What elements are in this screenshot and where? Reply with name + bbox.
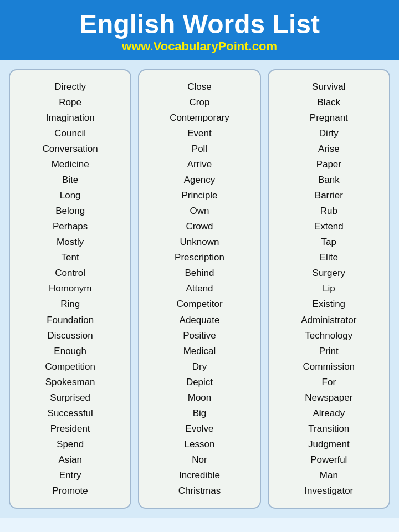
list-item: Positive xyxy=(170,328,229,344)
list-item: For xyxy=(301,375,356,390)
column-3: SurvivalBlackPregnantDirtyArisePaperBank… xyxy=(268,69,390,509)
list-item: Spend xyxy=(43,437,98,452)
list-item: Extend xyxy=(301,219,356,234)
list-item: Rope xyxy=(43,95,98,110)
list-item: Behind xyxy=(170,265,229,281)
list-item: Lip xyxy=(301,281,356,296)
list-item: Rub xyxy=(301,203,356,219)
list-item: Perhaps xyxy=(43,219,98,234)
list-item: Big xyxy=(170,406,229,421)
list-item: Competitor xyxy=(170,296,229,312)
list-item: Dirty xyxy=(301,126,356,141)
list-item: Bite xyxy=(43,172,98,188)
list-item: Transition xyxy=(301,421,356,437)
list-item: Agency xyxy=(170,172,229,188)
list-item: Nor xyxy=(170,452,229,468)
website-url: www.VocabularyPoint.com xyxy=(11,39,388,54)
list-item: Conversation xyxy=(43,141,98,157)
list-item: President xyxy=(43,421,98,437)
list-item: Foundation xyxy=(43,313,98,328)
list-item: Event xyxy=(170,126,229,141)
list-item: Control xyxy=(43,265,98,281)
list-item: Incredible xyxy=(170,468,229,483)
list-item: Enough xyxy=(43,344,98,359)
list-item: Arise xyxy=(301,141,356,157)
list-item: Depict xyxy=(170,375,229,390)
list-item: Ring xyxy=(43,296,98,312)
list-item: Arrive xyxy=(170,157,229,172)
column-2: CloseCropContemporaryEventPollArriveAgen… xyxy=(138,69,260,509)
list-item: Commission xyxy=(301,359,356,375)
list-item: Entry xyxy=(43,468,98,483)
list-item: Asian xyxy=(43,452,98,468)
list-item: Bank xyxy=(301,172,356,188)
list-item: Spokesman xyxy=(43,375,98,390)
list-item: Imagination xyxy=(43,110,98,126)
list-item: Own xyxy=(170,203,229,219)
list-item: Adequate xyxy=(170,313,229,328)
list-item: Paper xyxy=(301,157,356,172)
list-item: Discussion xyxy=(43,328,98,344)
list-item: Long xyxy=(43,188,98,203)
list-item: Tap xyxy=(301,234,356,250)
list-item: Lesson xyxy=(170,437,229,452)
list-item: Mostly xyxy=(43,234,98,250)
list-item: Powerful xyxy=(301,452,356,468)
page-title: English Words List xyxy=(11,10,388,39)
list-item: Evolve xyxy=(170,421,229,437)
list-item: Council xyxy=(43,126,98,141)
list-item: Dry xyxy=(170,359,229,375)
list-item: Existing xyxy=(301,296,356,312)
list-item: Investigator xyxy=(301,483,356,499)
list-item: Judgment xyxy=(301,437,356,452)
list-item: Crop xyxy=(170,95,229,110)
list-item: Christmas xyxy=(170,483,229,499)
list-item: Prescription xyxy=(170,250,229,265)
list-item: Contemporary xyxy=(170,110,229,126)
list-item: Crowd xyxy=(170,219,229,234)
list-item: Man xyxy=(301,468,356,483)
list-item: Promote xyxy=(43,483,98,499)
list-item: Black xyxy=(301,95,356,110)
list-item: Close xyxy=(170,79,229,95)
list-item: Administrator xyxy=(301,313,356,328)
list-item: Homonym xyxy=(43,281,98,296)
list-item: Surgery xyxy=(301,265,356,281)
list-item: Successful xyxy=(43,406,98,421)
list-item: Print xyxy=(301,344,356,359)
list-item: Survival xyxy=(301,79,356,95)
list-item: Competition xyxy=(43,359,98,375)
list-item: Unknown xyxy=(170,234,229,250)
list-item: Moon xyxy=(170,390,229,406)
list-item: Technology xyxy=(301,328,356,344)
list-item: Belong xyxy=(43,203,98,219)
list-item: Pregnant xyxy=(301,110,356,126)
content-area: DirectlyRopeImaginationCouncilConversati… xyxy=(0,60,399,518)
list-item: Surprised xyxy=(43,390,98,406)
list-item: Directly xyxy=(43,79,98,95)
column-1: DirectlyRopeImaginationCouncilConversati… xyxy=(9,69,131,509)
list-item: Tent xyxy=(43,250,98,265)
list-item: Principle xyxy=(170,188,229,203)
header: English Words List www.VocabularyPoint.c… xyxy=(0,0,399,60)
list-item: Poll xyxy=(170,141,229,157)
list-item: Medicine xyxy=(43,157,98,172)
list-item: Barrier xyxy=(301,188,356,203)
list-item: Newspaper xyxy=(301,390,356,406)
list-item: Elite xyxy=(301,250,356,265)
list-item: Already xyxy=(301,406,356,421)
list-item: Attend xyxy=(170,281,229,296)
list-item: Medical xyxy=(170,344,229,359)
